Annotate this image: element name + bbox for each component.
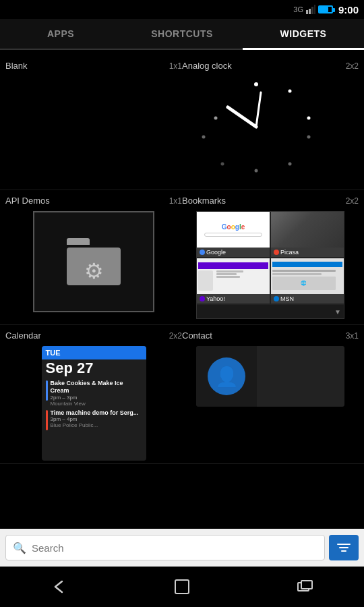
home-button[interactable] (162, 573, 202, 600)
bookmark-google[interactable]: Google Google (197, 212, 270, 257)
bookmark-picasa[interactable]: Picasa (271, 212, 344, 257)
google-label: Google (197, 248, 270, 257)
svg-line-14 (256, 92, 261, 127)
widget-row-3: Calendar 2x2 TUE Sep 27 Bake Cookies & M… (0, 325, 364, 464)
event-time-1: 2pm – 3pm (51, 395, 142, 401)
calendar-date: Sep 27 (42, 359, 146, 377)
calendar-header: Calendar 2x2 (5, 328, 182, 346)
svg-point-9 (214, 117, 218, 120)
yahoo-thumb (197, 258, 270, 294)
event-location-1: Mountain View (51, 401, 142, 407)
yahoo-face (198, 270, 213, 291)
yahoo-favicon (200, 296, 205, 301)
calendar-cell: Calendar 2x2 TUE Sep 27 Bake Cookies & M… (5, 328, 182, 461)
yahoo-line-1 (216, 270, 243, 272)
msn-label-text: MSN (280, 295, 294, 302)
svg-point-8 (289, 163, 292, 166)
gear-icon: ⚙ (82, 259, 106, 283)
event-time-2: 3pm – 4pm (51, 416, 142, 422)
google-label-text: Google (206, 249, 226, 256)
search-input-wrapper[interactable]: 🔍 (5, 535, 325, 560)
tab-widgets[interactable]: WIDGETS (243, 19, 364, 49)
svg-rect-3 (314, 5, 315, 14)
contact-info-area (257, 346, 344, 407)
bookmarks-more: ▼ (334, 308, 341, 316)
analog-clock-size: 2x2 (346, 61, 359, 71)
api-demos-widget-box: ⚙ (33, 211, 154, 312)
bookmarks-bottom-bar: ▼ (197, 305, 344, 318)
time-display: 9:00 (338, 4, 359, 16)
yahoo-content (198, 270, 268, 291)
analog-clock-cell: Analog clock 2x2 (182, 58, 359, 177)
signal-text: 3G (293, 5, 303, 13)
api-demos-preview[interactable]: ⚙ (5, 211, 182, 312)
msn-globe: 🌐 (301, 281, 307, 286)
msn-label: MSN (271, 294, 344, 304)
api-demos-label: API Demos (5, 196, 50, 206)
folder-body: ⚙ (67, 248, 121, 285)
nav-bar (0, 567, 364, 607)
contact-avatar: 👤 (196, 346, 257, 407)
tab-bar: APPS SHORTCUTS WIDGETS (0, 19, 364, 50)
svg-point-4 (254, 82, 258, 86)
msn-img: 🌐 (272, 277, 336, 290)
event-color-bar-1 (46, 380, 48, 401)
calendar-size: 2x2 (169, 331, 182, 341)
analog-clock-preview[interactable] (182, 76, 330, 177)
contact-widget-box: 👤 (196, 346, 344, 407)
google-logo: Google (222, 223, 245, 231)
calendar-day: TUE (42, 346, 146, 359)
folder-icon: ⚙ (67, 238, 121, 285)
msn-banner (272, 262, 342, 267)
signal-bars-icon (306, 5, 315, 14)
svg-point-11 (221, 163, 224, 166)
battery-icon (318, 5, 333, 13)
filter-button[interactable] (329, 535, 359, 560)
picasa-image (271, 212, 344, 248)
avatar-circle: 👤 (208, 357, 245, 395)
equalizer-icon (338, 542, 350, 554)
bookmarks-cell: Bookmarks 2x2 Google (182, 193, 359, 319)
tab-shortcuts[interactable]: SHORTCUTS (121, 19, 243, 49)
recents-button[interactable] (283, 573, 324, 600)
svg-point-6 (307, 117, 311, 120)
yahoo-lines (216, 270, 268, 291)
tab-apps[interactable]: APPS (0, 19, 121, 49)
yahoo-banner (198, 262, 268, 269)
home-icon (175, 579, 189, 594)
yahoo-label-text: Yahoo! (206, 295, 225, 302)
msn-favicon (274, 296, 279, 301)
search-input[interactable] (32, 542, 317, 554)
event-title-2: Time machine demo for Serg... (51, 409, 142, 417)
api-demos-cell: API Demos 1x1 ⚙ (5, 193, 182, 312)
status-icons: 3G 9:00 (293, 4, 359, 16)
status-bar: 3G 9:00 (0, 0, 364, 19)
clock-svg (195, 76, 317, 177)
calendar-preview[interactable]: TUE Sep 27 Bake Cookies & Make Ice Cream… (5, 346, 182, 461)
svg-point-12 (255, 169, 258, 173)
yahoo-line-3 (216, 276, 240, 278)
bookmark-yahoo[interactable]: Yahoo! (197, 258, 270, 304)
bookmarks-label: Bookmarks (182, 196, 226, 206)
api-demos-size: 1x1 (169, 196, 182, 206)
svg-point-5 (289, 90, 292, 93)
bookmarks-preview[interactable]: Google Google (182, 211, 359, 319)
svg-point-7 (307, 136, 311, 139)
person-icon: 👤 (215, 366, 239, 388)
google-input-bar (204, 233, 262, 237)
event-title-1: Bake Cookies & Make Ice Cream (51, 380, 142, 395)
msn-thumb: 🌐 (271, 258, 344, 294)
bookmark-msn[interactable]: 🌐 MSN (271, 258, 344, 304)
calendar-event-1: Bake Cookies & Make Ice Cream 2pm – 3pm … (42, 378, 146, 408)
calendar-events: Bake Cookies & Make Ice Cream 2pm – 3pm … (42, 377, 146, 433)
bookmarks-size: 2x2 (346, 196, 359, 206)
back-button[interactable] (40, 573, 81, 600)
widget-row-2: API Demos 1x1 ⚙ Bookmarks 2x2 (0, 190, 364, 325)
svg-rect-0 (306, 10, 308, 14)
contact-preview[interactable]: 👤 (182, 346, 359, 407)
picasa-label-text: Picasa (280, 249, 299, 256)
svg-line-13 (228, 107, 256, 127)
google-thumb: Google (197, 212, 270, 248)
folder-tab (67, 238, 90, 245)
back-arrow-icon (51, 579, 70, 595)
